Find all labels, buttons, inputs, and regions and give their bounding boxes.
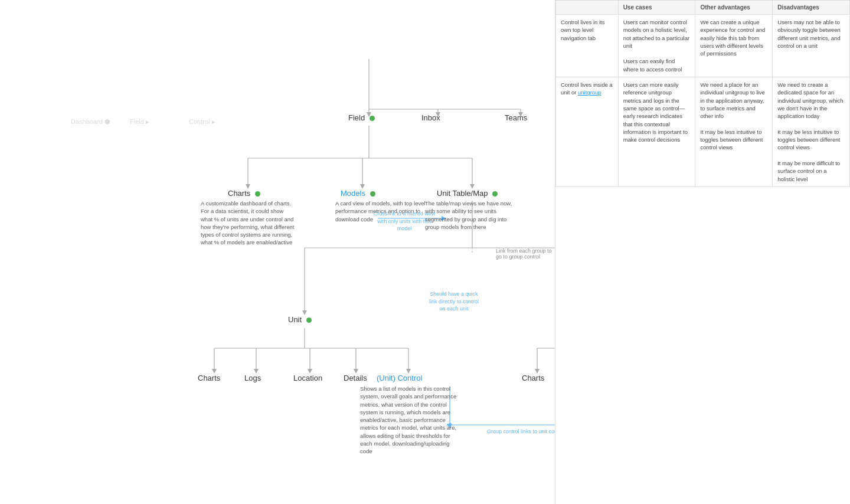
svg-marker-39: [535, 369, 540, 374]
unit-control-desc: Shows a list of models in this control s…: [360, 385, 460, 456]
models-node: Models: [341, 189, 375, 198]
table-area: Use cases Other advantages Disadvantages…: [555, 0, 850, 504]
row2-header: Control lives inside a unit or unitgroup: [556, 77, 619, 187]
info-table: Use cases Other advantages Disadvantages…: [555, 0, 850, 187]
charts-desc: A customizable dashboard of charts. For …: [201, 199, 295, 247]
col-header-disadvantages: Disadvantages: [773, 1, 850, 15]
row1-advantages: We can create a unique experience for co…: [695, 15, 773, 77]
svg-marker-35: [406, 369, 411, 374]
diagram-area: Dashboard ⬢ Field ▸ Control ▸ Field Inbo…: [0, 0, 555, 504]
svg-marker-13: [360, 184, 365, 189]
faded-node-2: Field ▸: [130, 118, 149, 126]
unit-node: Unit: [288, 315, 312, 324]
group-link-label: Group control links to unit control & vi…: [472, 428, 555, 434]
table-row-1: Control lives in its own top level navig…: [556, 15, 850, 77]
svg-marker-29: [254, 369, 259, 374]
row1-disadvantages: Users may not be able to obviously toggl…: [773, 15, 850, 77]
col-header-empty: [556, 1, 619, 15]
unit-charts-node: Charts: [198, 374, 220, 382]
svg-marker-11: [246, 184, 250, 189]
grp-charts-node: Charts: [522, 374, 544, 382]
row2-use-case: Users can more easily reference unitgrou…: [618, 77, 695, 187]
svg-marker-27: [212, 369, 217, 374]
charts-dot: [255, 191, 260, 197]
unit-table-desc: The table/map views we have now, with so…: [425, 199, 519, 231]
unit-dot: [306, 318, 312, 323]
row1-use-case: Users can monitor control models on a ho…: [618, 15, 695, 77]
row1-header: Control lives in its own top level navig…: [556, 15, 619, 77]
link-from-group-label: Link from each group to go to group cont…: [496, 248, 555, 260]
field-dot: [370, 116, 375, 121]
unit-details-node: Details: [344, 374, 367, 382]
inbox-node: Inbox: [421, 113, 440, 122]
unit-table-dot: [492, 191, 498, 197]
row2-disadvantages: We need to create a dedicated space for …: [773, 77, 850, 187]
charts-node: Charts: [228, 189, 260, 198]
field-node: Field: [348, 113, 375, 122]
unit-location-node: Location: [293, 374, 322, 382]
svg-marker-33: [354, 369, 358, 374]
quick-link-label: Should have a quick link directly to con…: [427, 290, 480, 313]
unit-logs-node: Logs: [244, 374, 261, 382]
svg-marker-31: [308, 369, 312, 374]
diagram-svg: [0, 0, 555, 504]
svg-marker-15: [470, 184, 475, 189]
faded-node-3: Control ▸: [189, 118, 215, 126]
table-row-2: Control lives inside a unit or unitgroup…: [556, 77, 850, 187]
unit-control-node: (Unit) Control: [377, 374, 422, 382]
faded-node-1: Dashboard ⬢: [71, 118, 110, 126]
svg-marker-19: [302, 310, 307, 315]
col-header-use-cases: Use cases: [618, 1, 695, 15]
col-header-advantages: Other advantages: [695, 1, 773, 15]
unit-table-node: Unit Table/Map: [437, 189, 498, 198]
teams-node: Teams: [505, 113, 527, 122]
row2-advantages: We need a place for an individual unitgr…: [695, 77, 773, 187]
models-dot: [370, 191, 375, 197]
